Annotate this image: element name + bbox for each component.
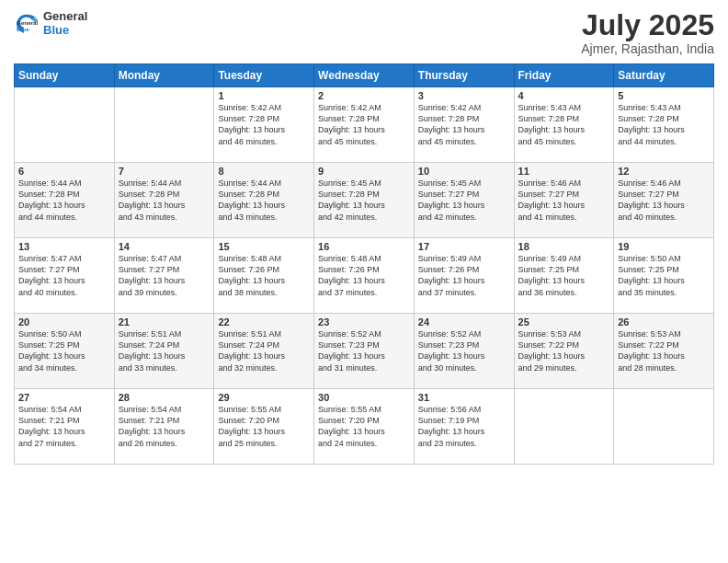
calendar-cell: 2Sunrise: 5:42 AM Sunset: 7:28 PM Daylig… <box>314 87 415 163</box>
day-number: 4 <box>518 90 610 101</box>
day-info: Sunrise: 5:45 AM Sunset: 7:27 PM Dayligh… <box>418 178 510 223</box>
month-year: July 2025 <box>581 9 714 41</box>
calendar-week-row: 20Sunrise: 5:50 AM Sunset: 7:25 PM Dayli… <box>15 314 714 389</box>
day-number: 24 <box>418 316 510 327</box>
day-number: 28 <box>119 392 210 403</box>
calendar-cell: 7Sunrise: 5:44 AM Sunset: 7:28 PM Daylig… <box>114 163 214 238</box>
calendar-cell: 29Sunrise: 5:55 AM Sunset: 7:20 PM Dayli… <box>214 389 314 465</box>
calendar-week-row: 6Sunrise: 5:44 AM Sunset: 7:28 PM Daylig… <box>15 163 714 238</box>
calendar-cell: 25Sunrise: 5:53 AM Sunset: 7:22 PM Dayli… <box>514 314 614 389</box>
calendar-cell: 12Sunrise: 5:46 AM Sunset: 7:27 PM Dayli… <box>614 163 714 238</box>
day-number: 7 <box>119 166 210 177</box>
day-info: Sunrise: 5:43 AM Sunset: 7:28 PM Dayligh… <box>618 102 710 147</box>
calendar-cell <box>514 389 614 465</box>
svg-text:General: General <box>17 19 38 26</box>
day-number: 1 <box>218 90 310 101</box>
calendar-cell: 28Sunrise: 5:54 AM Sunset: 7:21 PM Dayli… <box>114 389 214 465</box>
day-info: Sunrise: 5:47 AM Sunset: 7:27 PM Dayligh… <box>119 253 210 298</box>
calendar-cell: 3Sunrise: 5:42 AM Sunset: 7:28 PM Daylig… <box>414 87 514 163</box>
logo-text: General Blue <box>43 9 87 37</box>
day-number: 8 <box>218 166 310 177</box>
day-number: 5 <box>618 90 710 101</box>
calendar-col-header: Friday <box>514 64 614 87</box>
day-number: 21 <box>119 316 210 327</box>
day-number: 29 <box>218 392 310 403</box>
day-info: Sunrise: 5:53 AM Sunset: 7:22 PM Dayligh… <box>618 328 710 373</box>
calendar-cell: 8Sunrise: 5:44 AM Sunset: 7:28 PM Daylig… <box>214 163 314 238</box>
day-number: 20 <box>18 316 110 327</box>
day-info: Sunrise: 5:51 AM Sunset: 7:24 PM Dayligh… <box>218 328 310 373</box>
calendar-week-row: 1Sunrise: 5:42 AM Sunset: 7:28 PM Daylig… <box>15 87 714 163</box>
day-info: Sunrise: 5:45 AM Sunset: 7:28 PM Dayligh… <box>318 178 410 223</box>
calendar-cell: 14Sunrise: 5:47 AM Sunset: 7:27 PM Dayli… <box>114 238 214 314</box>
calendar-cell <box>614 389 714 465</box>
day-number: 26 <box>618 316 710 327</box>
day-info: Sunrise: 5:44 AM Sunset: 7:28 PM Dayligh… <box>18 178 110 223</box>
calendar-cell: 4Sunrise: 5:43 AM Sunset: 7:28 PM Daylig… <box>514 87 614 163</box>
day-number: 22 <box>218 316 310 327</box>
logo: General Blue General Blue <box>14 9 87 37</box>
calendar-week-row: 27Sunrise: 5:54 AM Sunset: 7:21 PM Dayli… <box>15 389 714 465</box>
logo-icon: General Blue <box>14 10 40 36</box>
calendar-header-row: SundayMondayTuesdayWednesdayThursdayFrid… <box>15 64 714 87</box>
day-number: 11 <box>518 166 610 177</box>
calendar-cell: 6Sunrise: 5:44 AM Sunset: 7:28 PM Daylig… <box>15 163 115 238</box>
calendar-cell: 21Sunrise: 5:51 AM Sunset: 7:24 PM Dayli… <box>114 314 214 389</box>
day-info: Sunrise: 5:50 AM Sunset: 7:25 PM Dayligh… <box>618 253 710 298</box>
calendar-cell: 13Sunrise: 5:47 AM Sunset: 7:27 PM Dayli… <box>15 238 115 314</box>
calendar-col-header: Sunday <box>15 64 115 87</box>
calendar-cell: 11Sunrise: 5:46 AM Sunset: 7:27 PM Dayli… <box>514 163 614 238</box>
svg-text:Blue: Blue <box>17 26 29 32</box>
logo-general: General <box>43 9 87 23</box>
day-number: 16 <box>318 241 410 252</box>
calendar-col-header: Saturday <box>614 64 714 87</box>
day-info: Sunrise: 5:56 AM Sunset: 7:19 PM Dayligh… <box>418 404 510 449</box>
day-info: Sunrise: 5:53 AM Sunset: 7:22 PM Dayligh… <box>518 328 610 373</box>
day-number: 10 <box>418 166 510 177</box>
calendar-cell: 10Sunrise: 5:45 AM Sunset: 7:27 PM Dayli… <box>414 163 514 238</box>
day-number: 25 <box>518 316 610 327</box>
calendar-week-row: 13Sunrise: 5:47 AM Sunset: 7:27 PM Dayli… <box>15 238 714 314</box>
header: General Blue General Blue July 2025 Ajme… <box>14 9 714 56</box>
calendar-cell <box>114 87 214 163</box>
calendar-cell: 19Sunrise: 5:50 AM Sunset: 7:25 PM Dayli… <box>614 238 714 314</box>
day-info: Sunrise: 5:52 AM Sunset: 7:23 PM Dayligh… <box>318 328 410 373</box>
calendar-cell: 20Sunrise: 5:50 AM Sunset: 7:25 PM Dayli… <box>15 314 115 389</box>
day-info: Sunrise: 5:43 AM Sunset: 7:28 PM Dayligh… <box>518 102 610 147</box>
day-info: Sunrise: 5:48 AM Sunset: 7:26 PM Dayligh… <box>318 253 410 298</box>
day-info: Sunrise: 5:54 AM Sunset: 7:21 PM Dayligh… <box>119 404 210 449</box>
day-number: 18 <box>518 241 610 252</box>
day-number: 15 <box>218 241 310 252</box>
day-number: 23 <box>318 316 410 327</box>
day-number: 14 <box>119 241 210 252</box>
logo-blue: Blue <box>43 23 87 37</box>
calendar-cell: 31Sunrise: 5:56 AM Sunset: 7:19 PM Dayli… <box>414 389 514 465</box>
calendar-cell: 23Sunrise: 5:52 AM Sunset: 7:23 PM Dayli… <box>314 314 415 389</box>
day-info: Sunrise: 5:44 AM Sunset: 7:28 PM Dayligh… <box>119 178 210 223</box>
day-number: 27 <box>18 392 110 403</box>
calendar-col-header: Tuesday <box>214 64 314 87</box>
calendar-cell: 22Sunrise: 5:51 AM Sunset: 7:24 PM Dayli… <box>214 314 314 389</box>
day-info: Sunrise: 5:42 AM Sunset: 7:28 PM Dayligh… <box>418 102 510 147</box>
day-info: Sunrise: 5:42 AM Sunset: 7:28 PM Dayligh… <box>318 102 410 147</box>
day-number: 13 <box>18 241 110 252</box>
day-info: Sunrise: 5:50 AM Sunset: 7:25 PM Dayligh… <box>18 328 110 373</box>
day-number: 30 <box>318 392 410 403</box>
calendar-col-header: Wednesday <box>314 64 415 87</box>
day-info: Sunrise: 5:47 AM Sunset: 7:27 PM Dayligh… <box>18 253 110 298</box>
calendar-cell: 30Sunrise: 5:55 AM Sunset: 7:20 PM Dayli… <box>314 389 415 465</box>
calendar-cell <box>15 87 115 163</box>
calendar-cell: 24Sunrise: 5:52 AM Sunset: 7:23 PM Dayli… <box>414 314 514 389</box>
day-number: 19 <box>618 241 710 252</box>
calendar-cell: 15Sunrise: 5:48 AM Sunset: 7:26 PM Dayli… <box>214 238 314 314</box>
day-number: 31 <box>418 392 510 403</box>
day-number: 9 <box>318 166 410 177</box>
calendar-cell: 5Sunrise: 5:43 AM Sunset: 7:28 PM Daylig… <box>614 87 714 163</box>
day-info: Sunrise: 5:42 AM Sunset: 7:28 PM Dayligh… <box>218 102 310 147</box>
title-block: July 2025 Ajmer, Rajasthan, India <box>581 9 714 56</box>
day-info: Sunrise: 5:46 AM Sunset: 7:27 PM Dayligh… <box>518 178 610 223</box>
page: General Blue General Blue July 2025 Ajme… <box>0 0 728 563</box>
day-info: Sunrise: 5:55 AM Sunset: 7:20 PM Dayligh… <box>218 404 310 449</box>
day-info: Sunrise: 5:44 AM Sunset: 7:28 PM Dayligh… <box>218 178 310 223</box>
day-info: Sunrise: 5:46 AM Sunset: 7:27 PM Dayligh… <box>618 178 710 223</box>
